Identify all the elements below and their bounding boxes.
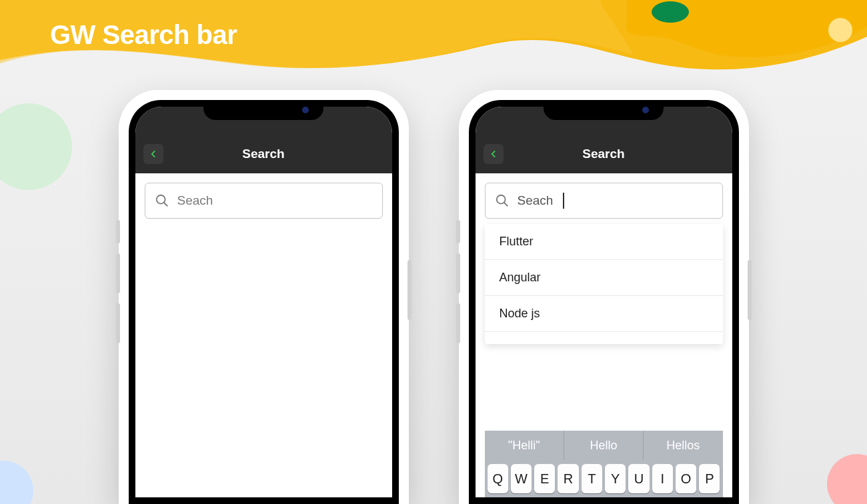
key-y[interactable]: Y — [605, 464, 626, 493]
svg-point-4 — [496, 195, 505, 204]
search-icon — [495, 193, 510, 208]
key-w[interactable]: W — [511, 464, 532, 493]
text-cursor — [563, 193, 564, 209]
key-o[interactable]: O — [676, 464, 696, 493]
key-e[interactable]: E — [534, 464, 555, 493]
phone-mockup-results: Search Seach Flutter Angular Node js — [459, 90, 749, 504]
svg-line-5 — [504, 203, 508, 207]
phone-notch — [203, 100, 323, 120]
suggestion-item[interactable]: Flutter — [485, 224, 723, 260]
key-t[interactable]: T — [582, 464, 602, 493]
keyboard-prediction-bar: "Helli" Hello Hellos — [485, 431, 723, 460]
phone-notch — [544, 100, 664, 120]
keyboard-row: Q W E R T Y U I O P — [485, 460, 723, 497]
search-input[interactable]: Seach — [485, 183, 723, 219]
key-p[interactable]: P — [699, 464, 720, 493]
nav-title: Search — [476, 147, 732, 161]
chevron-left-icon — [489, 149, 498, 159]
search-placeholder: Seach — [177, 193, 213, 208]
svg-point-1 — [828, 18, 852, 42]
key-q[interactable]: Q — [488, 464, 508, 493]
suggestion-item[interactable]: Angular — [485, 260, 723, 296]
search-value: Seach — [518, 193, 554, 208]
back-button[interactable] — [143, 144, 163, 164]
suggestion-item[interactable] — [485, 332, 723, 344]
svg-point-0 — [652, 1, 689, 23]
svg-line-3 — [163, 203, 167, 207]
search-icon — [155, 193, 169, 208]
page-title: GW Search bar — [50, 20, 237, 50]
svg-point-2 — [156, 195, 165, 204]
key-u[interactable]: U — [628, 464, 649, 493]
search-suggestions: Flutter Angular Node js — [485, 224, 723, 344]
back-button[interactable] — [484, 144, 504, 164]
suggestion-item[interactable]: Node js — [485, 296, 723, 332]
key-r[interactable]: R — [558, 464, 578, 493]
chevron-left-icon — [149, 149, 158, 159]
prediction-item[interactable]: "Helli" — [485, 431, 564, 460]
onscreen-keyboard: "Helli" Hello Hellos Q W E R T Y U — [485, 431, 723, 497]
nav-title: Search — [135, 147, 392, 161]
phone-mockup-empty: Search Seach — [119, 90, 409, 504]
prediction-item[interactable]: Hellos — [644, 431, 722, 460]
search-input[interactable]: Seach — [145, 183, 383, 219]
key-i[interactable]: I — [652, 464, 673, 493]
prediction-item[interactable]: Hello — [564, 431, 644, 460]
